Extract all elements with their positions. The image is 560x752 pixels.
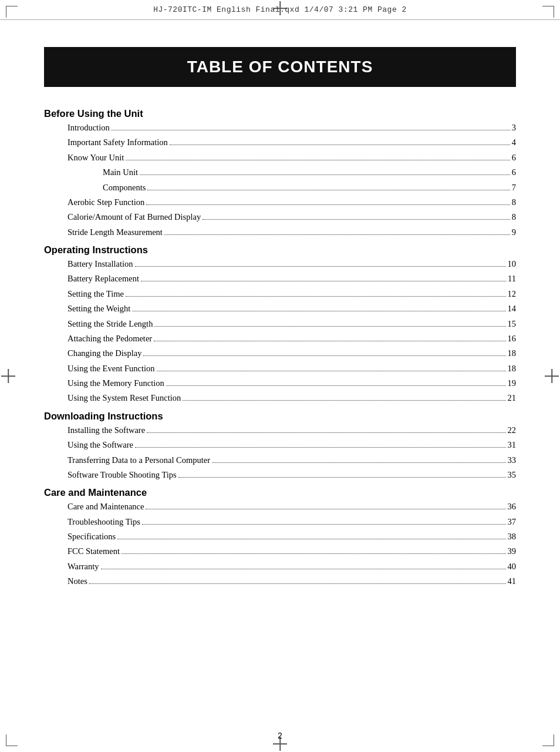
entry-dots <box>112 130 510 130</box>
page-number: 2 <box>0 731 560 740</box>
entry-page: 3 <box>512 120 516 135</box>
entry-title: Software Trouble Shooting Tips <box>68 468 177 482</box>
entry-dots <box>157 371 506 371</box>
entry-title: Aerobic Step Function <box>68 195 144 210</box>
entry-page: 15 <box>508 317 517 331</box>
entry-dots <box>132 311 505 311</box>
entry-title: Using the Software <box>68 438 133 452</box>
entry-title: Attaching the Pedometer <box>68 331 152 346</box>
entry-title: Using the Event Function <box>68 361 155 376</box>
toc-entry-0-3: Main Unit 6 <box>44 165 516 180</box>
entry-dots <box>140 174 510 175</box>
entry-page: 41 <box>508 574 517 589</box>
toc-entry-3-4: Warranty40 <box>44 559 516 574</box>
entry-title: Specifications <box>68 529 116 544</box>
entry-title: Setting the Weight <box>68 301 130 316</box>
toc-entry-1-3: Setting the Weight 14 <box>44 301 516 316</box>
entry-dots <box>203 219 510 220</box>
entry-page: 21 <box>508 391 517 405</box>
entry-dots <box>170 145 510 145</box>
header-filename: HJ-720ITC-IM English Final.qxd 1/4/07 3:… <box>153 5 407 14</box>
entry-title: Changing the Display <box>68 346 141 361</box>
entry-dots <box>143 355 505 356</box>
toc-entry-1-9: Using the System Reset Function 21 <box>44 391 516 405</box>
toc-entry-3-5: Notes 41 <box>44 574 516 589</box>
section-heading-1: Operating Instructions <box>44 244 516 256</box>
toc-entry-2-3: Software Trouble Shooting Tips 35 <box>44 468 516 482</box>
entry-page: 37 <box>508 515 517 529</box>
toc-section-0: Before Using the UnitIntroduction3Import… <box>44 108 516 240</box>
entry-dots <box>89 583 506 584</box>
entry-page: 33 <box>508 453 517 468</box>
toc-section-1: Operating InstructionsBattery Installati… <box>44 244 516 406</box>
toc-container: Before Using the UnitIntroduction3Import… <box>44 108 516 589</box>
toc-entry-3-2: Specifications 38 <box>44 529 516 544</box>
entry-dots <box>212 462 505 463</box>
entry-dots <box>178 477 506 478</box>
toc-section-2: Downloading InstructionsInstalling the S… <box>44 411 516 483</box>
toc-entry-1-5: Attaching the Pedometer16 <box>44 331 516 346</box>
entry-page: 39 <box>508 544 517 559</box>
entry-dots <box>135 266 506 267</box>
entry-page: 40 <box>508 559 517 574</box>
toc-entry-0-6: Calorie/Amount of Fat Burned Display 8 <box>44 210 516 224</box>
entry-page: 8 <box>512 195 516 210</box>
section-heading-2: Downloading Instructions <box>44 411 516 422</box>
toc-entry-1-1: Battery Replacement11 <box>44 271 516 286</box>
entry-page: 35 <box>508 468 517 482</box>
toc-entry-0-0: Introduction3 <box>44 120 516 135</box>
page: HJ-720ITC-IM English Final.qxd 1/4/07 3:… <box>0 0 560 752</box>
entry-dots <box>183 400 505 401</box>
toc-entry-3-1: Troubleshooting Tips 37 <box>44 515 516 529</box>
entry-dots <box>147 432 505 433</box>
entry-page: 14 <box>508 301 517 316</box>
entry-title: Using the System Reset Function <box>68 391 181 405</box>
entry-title: Setting the Time <box>68 287 124 301</box>
entry-dots <box>154 341 505 341</box>
toc-entry-3-0: Care and Maintenance36 <box>44 499 516 514</box>
title-box: TABLE OF CONTENTS <box>44 47 516 87</box>
toc-entry-2-1: Using the Software31 <box>44 438 516 452</box>
entry-title: Installing the Software <box>68 423 145 438</box>
entry-title: Notes <box>68 574 87 589</box>
entry-page: 6 <box>512 165 516 180</box>
entry-title: Main Unit <box>103 165 138 180</box>
entry-page: 11 <box>508 271 516 286</box>
entry-dots <box>147 190 510 190</box>
toc-entry-2-2: Transferring Data to a Personal Computer… <box>44 453 516 468</box>
entry-page: 7 <box>512 180 516 195</box>
toc-entry-0-1: Important Safety Information4 <box>44 135 516 150</box>
entry-title: Care and Maintenance <box>68 499 144 514</box>
entry-page: 36 <box>508 499 517 514</box>
section-heading-0: Before Using the Unit <box>44 108 516 119</box>
toc-entry-1-6: Changing the Display18 <box>44 346 516 361</box>
header-bar: HJ-720ITC-IM English Final.qxd 1/4/07 3:… <box>0 0 560 20</box>
entry-page: 16 <box>508 331 517 346</box>
entry-title: Troubleshooting Tips <box>68 515 140 529</box>
toc-entry-2-0: Installing the Software 22 <box>44 423 516 438</box>
page-title: TABLE OF CONTENTS <box>187 58 373 76</box>
toc-entry-1-0: Battery Installation10 <box>44 257 516 271</box>
toc-entry-0-2: Know Your Unit 6 <box>44 150 516 165</box>
entry-dots <box>117 539 505 539</box>
entry-dots <box>101 569 506 569</box>
section-heading-3: Care and Maintenance <box>44 487 516 498</box>
entry-page: 31 <box>508 438 517 452</box>
entry-title: Battery Replacement <box>68 271 139 286</box>
toc-entry-1-7: Using the Event Function18 <box>44 361 516 376</box>
entry-dots <box>146 509 505 509</box>
entry-page: 4 <box>512 135 516 150</box>
entry-title: Calorie/Amount of Fat Burned Display <box>68 210 201 224</box>
entry-dots <box>141 281 506 281</box>
entry-title: Stride Length Measurement <box>68 225 163 240</box>
entry-title: Warranty <box>68 559 99 574</box>
entry-dots <box>146 204 510 205</box>
entry-page: 12 <box>508 287 517 301</box>
crosshair-right <box>545 369 559 383</box>
entry-title: Battery Installation <box>68 257 133 271</box>
entry-dots <box>154 326 505 327</box>
toc-entry-1-8: Using the Memory Function 19 <box>44 376 516 391</box>
crosshair-left <box>1 369 15 383</box>
toc-entry-1-4: Setting the Stride Length15 <box>44 317 516 331</box>
entry-dots <box>126 160 510 160</box>
